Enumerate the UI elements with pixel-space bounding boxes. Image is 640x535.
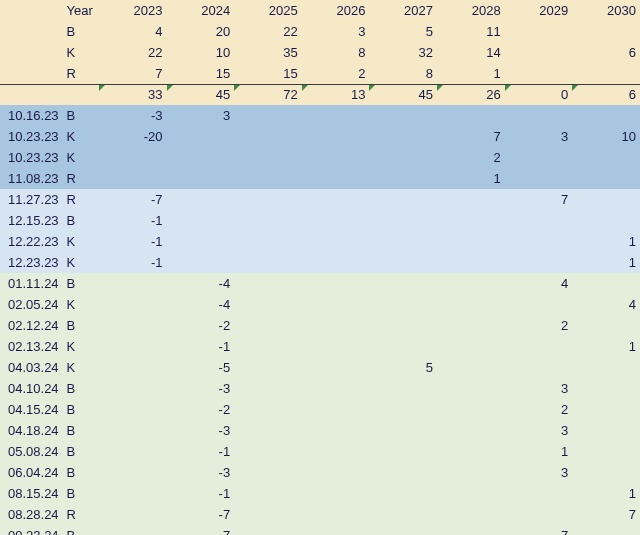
row-key: K xyxy=(63,357,99,378)
year-label: Year xyxy=(63,0,99,21)
row-value xyxy=(572,210,640,231)
row-value xyxy=(437,525,505,535)
row-date: 12.22.23 xyxy=(0,231,63,252)
row-value: 1 xyxy=(437,168,505,189)
row-value: 1 xyxy=(505,441,573,462)
row-value xyxy=(437,231,505,252)
row-value: -20 xyxy=(99,126,167,147)
row-value xyxy=(167,126,235,147)
row-value xyxy=(302,462,370,483)
row-value xyxy=(302,420,370,441)
row-value: -7 xyxy=(167,525,235,535)
col-year: 2027 xyxy=(369,0,437,21)
row-value xyxy=(505,231,573,252)
row-value xyxy=(234,357,302,378)
row-value xyxy=(369,126,437,147)
row-value xyxy=(369,441,437,462)
series-value: 22 xyxy=(234,21,302,42)
row-value: -3 xyxy=(167,462,235,483)
row-value: 1 xyxy=(572,231,640,252)
row-key: B xyxy=(63,378,99,399)
row-value: 4 xyxy=(572,294,640,315)
series-value: 2 xyxy=(302,63,370,84)
row-date: 01.11.24 xyxy=(0,273,63,294)
row-date: 05.08.24 xyxy=(0,441,63,462)
row-value xyxy=(369,336,437,357)
row-value xyxy=(572,378,640,399)
row-value: -4 xyxy=(167,294,235,315)
row-value xyxy=(302,294,370,315)
row-value: 10 xyxy=(572,126,640,147)
row-key: K xyxy=(63,126,99,147)
row-value xyxy=(302,525,370,535)
blank xyxy=(0,0,63,21)
row-value xyxy=(437,483,505,504)
row-value xyxy=(302,357,370,378)
row-value xyxy=(505,357,573,378)
series-value xyxy=(505,42,573,63)
col-year: 2028 xyxy=(437,0,505,21)
header-total: 6 xyxy=(572,84,640,105)
row-value: 1 xyxy=(572,483,640,504)
row-value: 2 xyxy=(505,315,573,336)
header-total: 13 xyxy=(302,84,370,105)
row-value xyxy=(99,399,167,420)
series-value xyxy=(505,63,573,84)
row-value xyxy=(369,483,437,504)
row-value xyxy=(369,420,437,441)
row-key: K xyxy=(63,231,99,252)
row-value xyxy=(505,105,573,126)
row-value xyxy=(302,315,370,336)
row-date: 04.15.24 xyxy=(0,399,63,420)
row-value xyxy=(369,462,437,483)
row-value xyxy=(302,504,370,525)
row-date: 11.08.23 xyxy=(0,168,63,189)
row-value xyxy=(369,168,437,189)
row-date: 04.18.24 xyxy=(0,420,63,441)
row-value xyxy=(234,168,302,189)
row-value xyxy=(505,504,573,525)
row-value xyxy=(572,168,640,189)
row-value xyxy=(505,294,573,315)
series-value: 15 xyxy=(234,63,302,84)
row-value: -3 xyxy=(99,105,167,126)
row-value: -3 xyxy=(167,378,235,399)
header-total: 0 xyxy=(505,84,573,105)
row-key: B xyxy=(63,483,99,504)
row-value xyxy=(369,231,437,252)
row-value xyxy=(437,399,505,420)
row-value xyxy=(302,441,370,462)
row-value xyxy=(369,378,437,399)
row-value xyxy=(302,168,370,189)
blank xyxy=(0,84,63,105)
row-value xyxy=(99,504,167,525)
row-value xyxy=(437,420,505,441)
row-value xyxy=(99,336,167,357)
row-value xyxy=(99,462,167,483)
row-key: K xyxy=(63,252,99,273)
row-value xyxy=(234,441,302,462)
series-value: 14 xyxy=(437,42,505,63)
series-value: 20 xyxy=(167,21,235,42)
row-value: -5 xyxy=(167,357,235,378)
row-value: 7 xyxy=(505,525,573,535)
row-value xyxy=(234,189,302,210)
row-value xyxy=(99,483,167,504)
row-value xyxy=(437,441,505,462)
row-value xyxy=(234,315,302,336)
row-value xyxy=(99,378,167,399)
row-value xyxy=(99,315,167,336)
row-value xyxy=(369,525,437,535)
row-value xyxy=(234,147,302,168)
row-value xyxy=(99,525,167,535)
col-year: 2030 xyxy=(572,0,640,21)
row-value xyxy=(302,231,370,252)
row-value xyxy=(369,504,437,525)
row-value xyxy=(167,189,235,210)
row-value xyxy=(369,399,437,420)
row-value xyxy=(234,231,302,252)
row-value: 5 xyxy=(369,357,437,378)
row-value: -1 xyxy=(99,231,167,252)
spreadsheet-table[interactable]: Year20232024202520262027202820292030B420… xyxy=(0,0,640,535)
row-value xyxy=(437,504,505,525)
